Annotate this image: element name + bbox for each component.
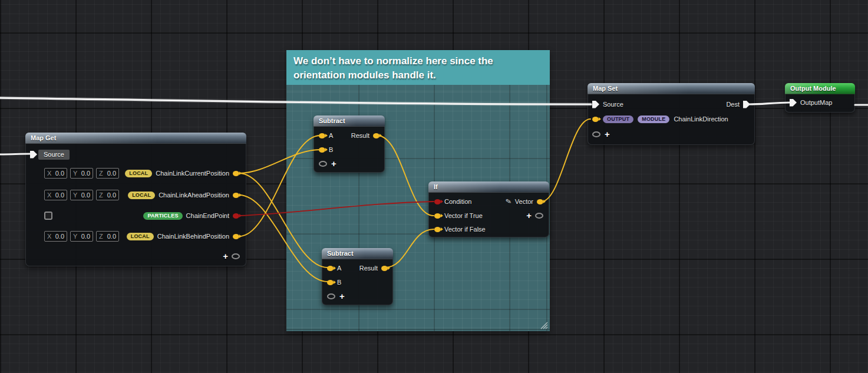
vector-field-y[interactable]: Y0.0: [70, 231, 93, 242]
add-pin-icon[interactable]: +: [526, 212, 532, 220]
value-pin-chainlinkcurrentposition[interactable]: [233, 171, 239, 176]
bool-checkbox[interactable]: [44, 212, 52, 220]
ellipsis-pin-icon[interactable]: [232, 253, 240, 259]
node-if-title: If: [434, 183, 438, 190]
node-output-module[interactable]: Output Module OutputMap: [785, 83, 855, 113]
node-map-set-title: Map Set: [593, 85, 618, 92]
param-label: ChainLinkAheadPosition: [159, 192, 229, 199]
vector-input-behind[interactable]: X0.0 Y0.0 Z0.0: [44, 231, 119, 242]
node-map-set[interactable]: Map Set Source Dest OUTPUT MODULE ChainL…: [588, 83, 755, 145]
input-pin-b[interactable]: [327, 280, 334, 285]
vector-field-y[interactable]: Y0.0: [70, 190, 93, 200]
vector-field-x[interactable]: X0.0: [44, 190, 67, 200]
pin-label-b: B: [329, 146, 333, 153]
add-pin-icon[interactable]: +: [339, 292, 345, 301]
exec-pin-outputmap-input[interactable]: [790, 99, 797, 107]
pin-label-vector-if-false: Vector if False: [444, 226, 486, 233]
param-label: ChainLinkBehindPosition: [157, 233, 229, 240]
pin-label-vector-out: Vector: [515, 198, 533, 205]
node-subtract-title: Subtract: [319, 117, 345, 124]
vector-input-current[interactable]: X0.0 Y0.0 Z0.0: [44, 168, 119, 179]
ellipsis-pin-icon[interactable]: [592, 131, 600, 137]
ellipsis-pin-icon[interactable]: [319, 161, 327, 167]
add-pin-icon[interactable]: +: [331, 160, 336, 168]
input-pin-a[interactable]: [327, 266, 334, 271]
input-pin-a[interactable]: [319, 133, 325, 138]
output-pin-vector[interactable]: [537, 199, 543, 204]
pin-label-b: B: [337, 279, 341, 286]
namespace-badge-output: OUTPUT: [603, 115, 633, 123]
vector-field-z[interactable]: Z0.0: [96, 231, 119, 242]
node-output-module-header[interactable]: Output Module: [785, 83, 855, 94]
vector-field-z[interactable]: Z0.0: [96, 190, 119, 200]
input-pin-vector-if-true[interactable]: [434, 213, 441, 219]
comment-title[interactable]: We don’t have to normalize here since th…: [286, 50, 550, 88]
add-pin-icon[interactable]: +: [605, 130, 610, 138]
exec-pin-source-input[interactable]: [30, 151, 37, 159]
source-pin-label: Source: [38, 150, 70, 160]
edit-pencil-icon[interactable]: ✎: [505, 197, 512, 206]
value-pin-chainlinkbehindposition[interactable]: [233, 234, 239, 239]
input-pin-vector-if-false[interactable]: [434, 227, 441, 232]
node-map-get-title: Map Get: [31, 134, 56, 141]
vector-input-ahead[interactable]: X0.0 Y0.0 Z0.0: [44, 190, 119, 200]
namespace-badge-local: LOCAL: [128, 192, 155, 199]
graph-canvas[interactable]: We don’t have to normalize here since th…: [0, 0, 868, 373]
pin-label-outputmap: OutputMap: [800, 99, 832, 106]
pin-label-result: Result: [351, 132, 369, 139]
node-subtract-bottom-header[interactable]: Subtract: [322, 248, 393, 259]
pin-label-result: Result: [359, 265, 378, 272]
pin-label-a: A: [329, 132, 333, 139]
node-subtract-title: Subtract: [327, 250, 354, 257]
node-if[interactable]: If Condition ✎ Vector Vector if True + V…: [428, 181, 549, 237]
ellipsis-pin-icon[interactable]: [327, 293, 335, 299]
exec-pin-dest-output[interactable]: [743, 101, 750, 108]
ellipsis-pin-icon[interactable]: [535, 213, 543, 219]
node-output-module-title: Output Module: [790, 85, 836, 92]
comment-resize-handle[interactable]: [539, 320, 548, 329]
param-label: ChainLinkDirection: [674, 115, 728, 123]
node-subtract-top[interactable]: Subtract A Result B +: [313, 115, 385, 173]
namespace-badge-particles: PARTICLES: [143, 212, 182, 220]
output-pin-result[interactable]: [381, 266, 388, 271]
node-map-set-header[interactable]: Map Set: [588, 83, 755, 94]
node-if-header[interactable]: If: [428, 181, 549, 193]
pin-label-vector-if-true: Vector if True: [444, 212, 483, 219]
value-pin-chainendpoint[interactable]: [233, 213, 239, 219]
param-label: ChainLinkCurrentPosition: [156, 170, 229, 177]
pin-label-dest: Dest: [726, 101, 740, 108]
input-pin-b[interactable]: [319, 147, 325, 153]
namespace-badge-local: LOCAL: [125, 170, 152, 177]
pin-label-source: Source: [603, 101, 623, 108]
vector-field-z[interactable]: Z0.0: [96, 168, 119, 179]
input-pin-condition[interactable]: [434, 199, 441, 204]
value-pin-chainlinkaheadposition[interactable]: [233, 193, 239, 198]
pin-label-a: A: [337, 265, 341, 272]
namespace-badge-module: MODULE: [638, 115, 669, 123]
input-pin-chainlinkdirection[interactable]: [592, 117, 599, 122]
node-subtract-bottom[interactable]: Subtract A Result B +: [322, 248, 393, 305]
add-pin-icon[interactable]: +: [223, 252, 228, 260]
node-subtract-top-header[interactable]: Subtract: [313, 115, 385, 127]
param-label: ChainEndPoint: [186, 212, 229, 219]
output-pin-result[interactable]: [373, 133, 379, 138]
wire-mapset-dest-to-outputmap[interactable]: [749, 103, 790, 104]
vector-field-x[interactable]: X0.0: [44, 231, 67, 242]
vector-field-x[interactable]: X0.0: [44, 168, 67, 179]
node-map-get[interactable]: Map Get Source X0.0 Y0.0 Z0.0 LOCAL Chai…: [25, 133, 246, 266]
node-map-get-header[interactable]: Map Get: [25, 133, 246, 144]
vector-field-y[interactable]: Y0.0: [70, 168, 93, 179]
pin-label-condition: Condition: [444, 198, 471, 205]
exec-pin-source-input[interactable]: [592, 101, 599, 108]
namespace-badge-local: LOCAL: [127, 233, 154, 240]
